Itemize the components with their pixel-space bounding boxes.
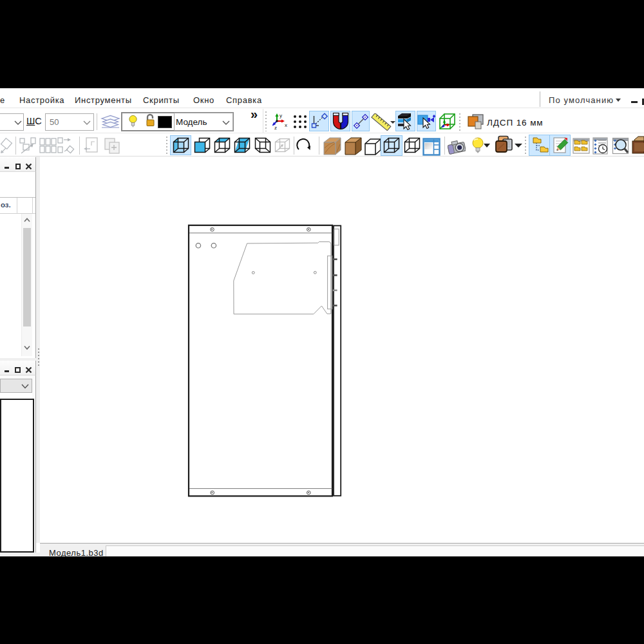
svg-text:y: y [279, 113, 282, 118]
svg-text:x: x [285, 122, 287, 128]
svg-text:z: z [274, 125, 277, 130]
